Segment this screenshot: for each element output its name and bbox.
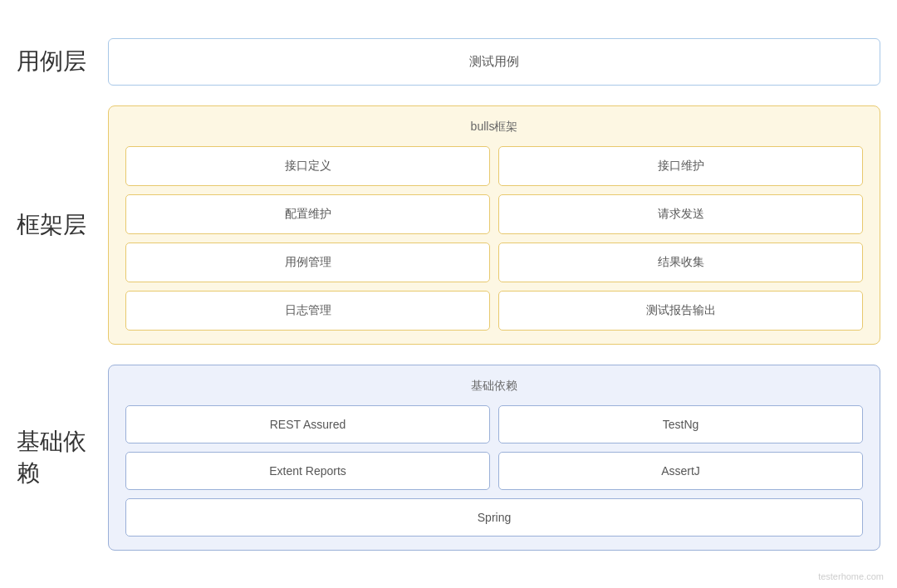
framework-cell: 用例管理: [125, 243, 490, 282]
framework-grid: 接口定义接口维护配置维护请求发送用例管理结果收集日志管理测试报告输出: [125, 146, 863, 331]
framework-cell: 测试报告输出: [498, 291, 863, 331]
framework-outer-box: bulls框架 接口定义接口维护配置维护请求发送用例管理结果收集日志管理测试报告…: [108, 105, 880, 345]
framework-cell: 结果收集: [498, 243, 863, 282]
use-case-box-title: 测试用例: [469, 54, 519, 70]
framework-cell: 接口维护: [498, 146, 863, 186]
deps-cell: Extent Reports: [125, 452, 490, 490]
framework-title: bulls框架: [125, 120, 863, 135]
framework-cell: 请求发送: [498, 194, 863, 234]
deps-cell: AssertJ: [498, 452, 863, 490]
deps-row: 基础依赖 基础依赖 REST AssuredTestNgExtent Repor…: [17, 365, 880, 551]
use-case-row: 用例层 测试用例: [17, 38, 880, 86]
deps-cell: TestNg: [498, 405, 863, 443]
use-case-box: 测试用例: [108, 38, 880, 86]
framework-cell: 日志管理: [125, 291, 490, 331]
framework-content: bulls框架 接口定义接口维护配置维护请求发送用例管理结果收集日志管理测试报告…: [108, 105, 880, 345]
deps-label: 基础依赖: [17, 426, 91, 489]
use-case-label: 用例层: [17, 46, 91, 77]
deps-content: 基础依赖 REST AssuredTestNgExtent ReportsAss…: [108, 365, 880, 551]
framework-cell: 配置维护: [125, 194, 490, 234]
deps-grid: REST AssuredTestNgExtent ReportsAssertJS…: [125, 405, 863, 537]
framework-label: 框架层: [17, 209, 91, 241]
watermark: testerhome.com: [818, 571, 884, 581]
deps-outer-box: 基础依赖 REST AssuredTestNgExtent ReportsAss…: [108, 365, 880, 551]
deps-cell-full: Spring: [125, 498, 863, 537]
deps-title: 基础依赖: [125, 379, 863, 394]
deps-cell: REST Assured: [125, 405, 490, 443]
main-container: 用例层 测试用例 框架层 bulls框架 接口定义接口维护配置维护请求发送用例管…: [17, 22, 880, 567]
framework-row: 框架层 bulls框架 接口定义接口维护配置维护请求发送用例管理结果收集日志管理…: [17, 105, 880, 345]
use-case-content: 测试用例: [108, 38, 880, 86]
framework-cell: 接口定义: [125, 146, 490, 186]
